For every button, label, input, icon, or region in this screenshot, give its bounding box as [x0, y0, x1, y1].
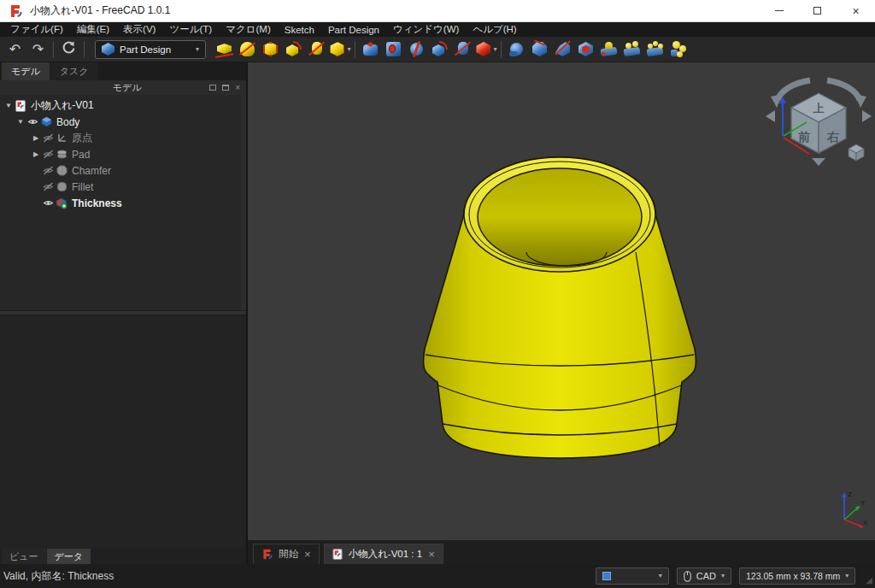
expand-arrow-icon[interactable]: ▶ [31, 134, 41, 142]
subtractive-helix-button[interactable] [451, 38, 474, 61]
menu-windows[interactable]: ウィンドウ(W) [386, 23, 466, 36]
thickness-icon [577, 40, 595, 58]
minimize-button[interactable] [760, 0, 798, 21]
multitransform-button[interactable] [667, 38, 690, 61]
property-editor [0, 315, 246, 549]
tree-item-label: Chamfer [72, 165, 111, 177]
expand-arrow-icon[interactable]: ▶ [31, 150, 41, 158]
tree-item-origin[interactable]: ▶ 原点 [0, 130, 246, 146]
additive-pipe-button[interactable] [282, 38, 305, 61]
pad-icon [215, 40, 233, 58]
eye-hidden-icon [41, 181, 55, 192]
expand-arrow-icon[interactable]: ▼ [15, 118, 26, 126]
redo-button[interactable]: ↷ [26, 38, 50, 61]
refresh-button[interactable] [57, 38, 80, 61]
fillet-button[interactable] [505, 38, 528, 61]
tab-close-icon[interactable]: × [428, 549, 435, 560]
tree-item-fillet[interactable]: Fillet [0, 179, 246, 195]
toolbar-separator [84, 41, 85, 58]
pocket-button[interactable] [359, 38, 382, 61]
subtractive-primitive-button[interactable]: ▾ [474, 38, 497, 61]
close-icon: × [852, 4, 859, 18]
nav-face-top-label: 上 [813, 102, 825, 115]
chevron-down-icon: ▾ [845, 573, 849, 579]
thickness-button[interactable] [574, 38, 597, 61]
tree-item-pad[interactable]: ▶ Pad [0, 146, 246, 162]
polar-pattern-icon [646, 40, 664, 58]
draft-button[interactable] [551, 38, 574, 61]
chamfer-icon [531, 40, 549, 58]
statusbar: Valid, 内部名: Thickness ▾ CAD ▾ 123.05 mm … [0, 564, 875, 588]
dock-icon[interactable] [209, 84, 216, 92]
float-icon[interactable] [222, 84, 229, 92]
menu-sketch[interactable]: Sketch [278, 25, 321, 35]
tree-item-document[interactable]: ▼ 小物入れ-V01 [0, 97, 246, 114]
subtractive-pipe-button[interactable] [428, 38, 451, 61]
pad-feature-icon [55, 149, 68, 160]
polar-pattern-button[interactable] [643, 38, 667, 61]
tab-close-icon[interactable]: × [304, 549, 311, 560]
nav-arrow-down[interactable] [812, 158, 825, 166]
rotate-cw-arrow-icon [827, 80, 860, 100]
undo-button[interactable]: ↶ [3, 38, 26, 61]
origin-icon [55, 132, 68, 144]
fillet-feature-icon [55, 181, 68, 192]
menu-view[interactable]: 表示(V) [116, 23, 162, 36]
menu-help[interactable]: ヘルプ(H) [466, 23, 523, 36]
pad-button[interactable] [213, 38, 236, 61]
mirrored-button[interactable] [597, 38, 620, 61]
tree-item-label: Body [56, 116, 79, 128]
navigation-style-select[interactable]: CAD ▾ [677, 567, 731, 585]
menu-tools[interactable]: ツール(T) [162, 23, 219, 36]
panel-title: モデル [44, 81, 209, 94]
nav-arrow-left[interactable] [766, 110, 775, 122]
view-dimensions-select[interactable]: 123.05 mm x 93.78 mm ▾ [739, 567, 855, 585]
tab-tasks[interactable]: タスク [50, 62, 98, 80]
draw-style-select[interactable]: ▾ [596, 567, 669, 585]
menu-partdesign[interactable]: Part Design [321, 25, 386, 35]
mdi-tab-label: 開始 [279, 548, 298, 561]
tree-item-thickness[interactable]: Thickness [0, 195, 246, 211]
subtractive-pipe-icon [431, 40, 449, 58]
additive-helix-button[interactable] [305, 38, 328, 61]
groove-button[interactable] [405, 38, 428, 61]
tab-model[interactable]: モデル [2, 62, 50, 80]
additive-loft-button[interactable] [259, 38, 282, 61]
menu-edit[interactable]: 編集(E) [70, 23, 116, 36]
3d-viewport[interactable]: 上 前 右 Z Y X [248, 62, 875, 540]
nav-mini-cube[interactable] [849, 144, 864, 161]
tree-item-body[interactable]: ▼ Body [0, 114, 246, 130]
fillet-icon [508, 40, 526, 58]
additive-primitive-button[interactable]: ▾ [328, 38, 351, 61]
model-3d-cup[interactable] [419, 156, 709, 464]
tab-view-properties[interactable]: ビュー [2, 549, 46, 564]
expand-arrow-icon[interactable]: ▼ [3, 102, 14, 109]
hole-button[interactable] [382, 38, 405, 61]
tree-scrollbar[interactable] [241, 95, 246, 310]
tree-item-chamfer[interactable]: Chamfer [0, 162, 246, 179]
navigation-cube[interactable]: 上 前 右 [764, 73, 873, 168]
tab-document-view[interactable]: 小物入れ-V01 : 1 × [324, 544, 443, 564]
close-button[interactable]: × [837, 0, 875, 21]
nav-arrow-right[interactable] [862, 110, 872, 122]
document-icon [14, 100, 27, 112]
workbench-selector[interactable]: Part Design ▾ [95, 40, 206, 59]
resize-grip-icon[interactable]: ◢ [863, 576, 873, 585]
hole-icon [385, 40, 402, 58]
mirrored-icon [600, 40, 618, 58]
linear-pattern-button[interactable] [620, 38, 643, 61]
cup-inner-cavity[interactable] [478, 168, 642, 266]
maximize-button[interactable] [798, 0, 837, 21]
titlebar: 小物入れ-V01 - FreeCAD 1.0.1 × [0, 0, 875, 22]
revolution-button[interactable] [236, 38, 259, 61]
tree-item-label: Pad [72, 149, 90, 161]
tree-item-label: 原点 [72, 131, 92, 145]
tab-start-page[interactable]: 開始 × [253, 544, 320, 564]
menu-file[interactable]: ファイル(F) [3, 23, 70, 36]
tab-data-properties[interactable]: データ [47, 549, 91, 564]
undo-icon: ↶ [9, 43, 21, 56]
redo-icon: ↷ [32, 43, 44, 56]
menu-macro[interactable]: マクロ(M) [219, 23, 278, 36]
panel-close-icon[interactable]: × [235, 84, 240, 92]
chamfer-button[interactable] [528, 38, 551, 61]
